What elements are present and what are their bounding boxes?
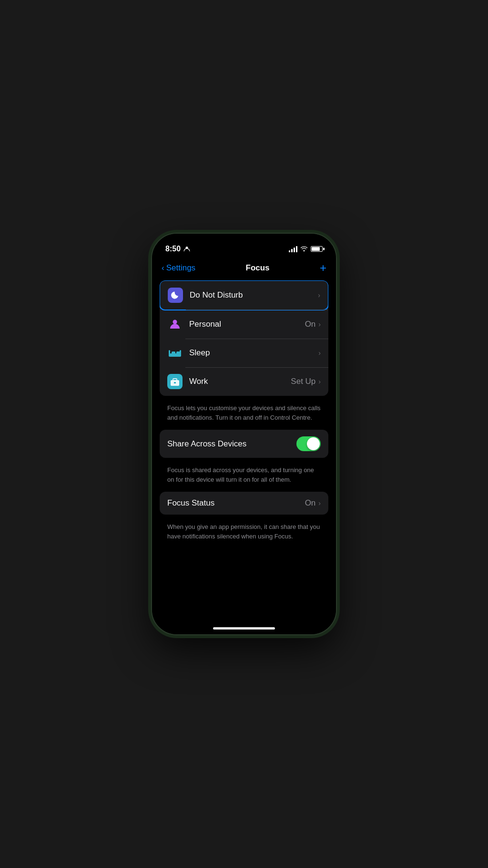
share-description: Focus is shared across your devices, and… [160,462,328,492]
personal-chevron-icon: › [318,320,321,328]
svg-rect-8 [173,379,177,381]
back-chevron-icon: ‹ [162,263,164,273]
focus-list: Do Not Disturb › Personal On › [160,280,328,396]
page-title: Focus [246,263,270,273]
focus-item-work[interactable]: Work Set Up › [160,367,328,396]
personal-label: Personal [189,320,305,329]
share-across-devices-item[interactable]: Share Across Devices [160,430,328,458]
signal-bars-icon [289,246,297,252]
do-not-disturb-label: Do Not Disturb [190,290,318,300]
screen: 8:50 [152,234,336,634]
focus-description: Focus lets you customise your devices an… [160,400,328,430]
focus-status-label: Focus Status [167,498,305,508]
sleep-chevron-icon: › [318,349,321,357]
personal-value: On [305,320,316,329]
personal-icon [167,317,183,332]
back-label: Settings [166,263,195,273]
work-label: Work [189,377,291,386]
svg-rect-6 [176,351,180,354]
svg-rect-3 [169,350,170,354]
share-devices-group: Share Across Devices [160,430,328,458]
focus-item-personal[interactable]: Personal On › [160,310,328,339]
svg-point-1 [173,320,177,324]
share-across-devices-label: Share Across Devices [167,439,296,449]
status-time-group: 8:50 [165,245,190,253]
battery-icon [311,246,323,252]
work-icon [167,374,183,389]
focus-item-sleep[interactable]: Sleep › [160,339,328,367]
work-chevron-icon: › [318,378,321,385]
moon-icon [168,288,183,303]
person-status-icon [183,246,190,252]
focus-status-item[interactable]: Focus Status On › [160,492,328,515]
back-button[interactable]: ‹ Settings [162,263,195,273]
focus-status-description: When you give an app permission, it can … [160,518,328,548]
wifi-icon [300,246,308,253]
do-not-disturb-chevron-icon: › [318,291,320,299]
status-icons [289,246,323,253]
svg-rect-5 [172,351,175,354]
home-bar [213,627,275,630]
nav-bar: ‹ Settings Focus + [152,258,336,280]
focus-status-group: Focus Status On › [160,492,328,515]
add-button[interactable]: + [320,261,326,275]
focus-item-do-not-disturb[interactable]: Do Not Disturb › [160,280,328,310]
home-indicator [152,623,336,634]
svg-rect-9 [174,382,176,383]
battery-fill [312,247,320,251]
work-value: Set Up [291,377,315,386]
sleep-icon [167,345,183,361]
phone-frame: 8:50 [151,233,337,635]
clock-time: 8:50 [165,245,181,253]
share-across-devices-toggle[interactable] [296,436,321,451]
signal-bar-4 [296,246,297,252]
dynamic-island [215,239,273,256]
signal-bar-3 [294,248,295,252]
signal-bar-2 [291,249,293,252]
content-area: Do Not Disturb › Personal On › [152,280,336,623]
focus-status-value: On [305,498,316,508]
signal-bar-1 [289,250,290,252]
sleep-label: Sleep [189,348,318,358]
focus-status-chevron-icon: › [318,499,321,507]
toggle-knob [307,437,320,450]
